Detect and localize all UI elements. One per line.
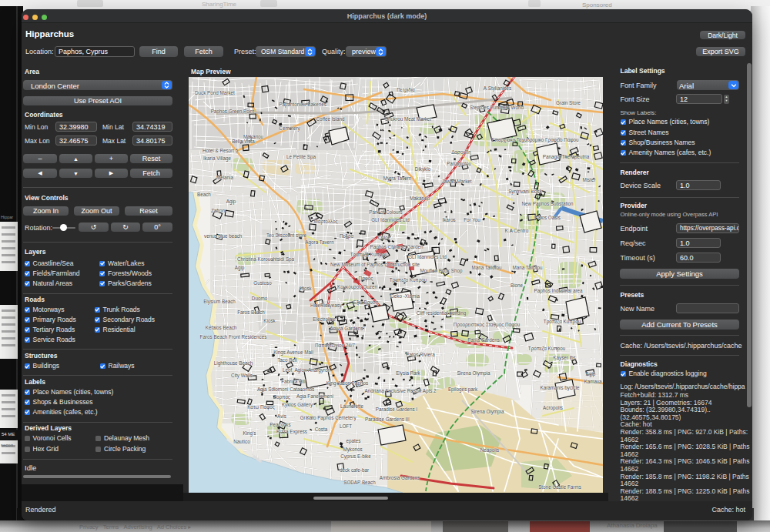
svg-text:Laundrette: Laundrette	[340, 403, 364, 409]
svg-text:Εξω Βρύση: Εξω Βρύση	[353, 299, 379, 306]
svg-text:Electroline: Electroline	[313, 316, 336, 322]
svg-text:Κάτω Πάφος: Κάτω Πάφος	[247, 404, 275, 410]
svg-text:Kato Paphos Cemetery: Kato Paphos Cemetery	[306, 415, 357, 421]
svg-text:Makariou: Makariou	[410, 196, 430, 201]
svg-text:Panagiotou: Panagiotou	[447, 161, 471, 167]
svg-text:Elysia Park: Elysia Park	[396, 370, 420, 376]
svg-text:Costa: Costa	[315, 427, 328, 432]
svg-text:Τράπεζα Κύπρου: Τράπεζα Κύπρου	[350, 252, 388, 258]
svg-text:Τράπεζα Κύπρου: Τράπεζα Κύπρου	[390, 277, 427, 283]
svg-text:Beach: Beach	[197, 192, 211, 197]
svg-text:Cemetery: Cemetery	[279, 125, 300, 132]
svg-text:Mister: Mister	[582, 177, 595, 182]
svg-text:Kiosk: Kiosk	[300, 286, 312, 291]
svg-text:"Anivia Gardens": "Anivia Gardens"	[328, 326, 365, 331]
svg-text:Nautico: Nautico	[233, 439, 250, 444]
svg-text:Neapolis: Neapolis	[480, 447, 500, 453]
svg-text:Πέδρα: Πέδρα	[340, 233, 353, 239]
svg-text:Peacocks: Peacocks	[270, 422, 290, 427]
svg-text:Fabrica Hill: Fabrica Hill	[281, 379, 306, 384]
svg-text:Paphos Industrial area: Paphos Industrial area	[534, 288, 583, 294]
svg-text:Christina Korouchtsidi Spa: Christina Korouchtsidi Spa	[237, 256, 295, 263]
svg-text:Makariou: Makariou	[243, 134, 263, 139]
svg-text:Ζορπάς: Ζορπάς	[273, 394, 290, 400]
svg-text:GLI Idannides Ltd: GLI Idannides Ltd	[408, 254, 447, 259]
svg-text:Epiloges park: Epiloges park	[448, 386, 478, 393]
svg-text:Dikyklo: Dikyklo	[415, 166, 431, 172]
svg-text:Patila Gardens: Patila Gardens	[467, 337, 500, 343]
svg-text:Mykonos: Mykonos	[343, 447, 362, 453]
svg-text:Geko -Xiamia: Geko -Xiamia	[390, 293, 420, 299]
svg-text:Agia Faneromeni: Agia Faneromeni	[296, 393, 333, 400]
svg-text:Mouflen Book Shop: Mouflen Book Shop	[420, 268, 463, 274]
svg-text:Kyklos Gallery: Kyklos Gallery	[282, 402, 313, 408]
svg-text:LOFT: LOFT	[340, 423, 352, 429]
svg-text:Hotel & Resort 5: Hotel & Resort 5	[203, 148, 239, 153]
svg-text:Sirena Olympia: Sirena Olympia	[457, 370, 490, 376]
svg-text:Προορειστικός Σταθμός Πάφου: Προορειστικός Σταθμός Πάφου	[454, 322, 521, 328]
svg-text:Melania: Melania	[216, 175, 234, 180]
svg-text:Panagia Therapeutria: Panagia Therapeutria	[543, 154, 590, 160]
svg-text:Avis: Avis	[277, 413, 286, 419]
svg-text:Faros Beach Front Residences: Faros Beach Front Residences	[200, 334, 267, 340]
svg-text:Δασούδη: Δασούδη	[451, 149, 471, 156]
svg-text:Agia Solomoni Catacombs: Agia Solomoni Catacombs	[257, 386, 314, 393]
svg-text:Ride easy: Ride easy	[320, 303, 343, 309]
svg-text:epates: epates	[346, 438, 361, 444]
svg-text:Sirena Olympia: Sirena Olympia	[470, 409, 504, 415]
svg-text:Cliff residential building: Cliff residential building	[417, 310, 467, 316]
svg-text:GLI Idannides Ltd: GLI Idannides Ltd	[371, 217, 410, 223]
svg-text:Pizza Express: Pizza Express	[276, 429, 307, 435]
svg-text:Andriana Exclusive Resort Apts: Andriana Exclusive Resort Apts 2	[364, 388, 437, 394]
svg-text:Παπαντωνίου 24/7: Παπαντωνίου 24/7	[315, 343, 356, 348]
svg-text:Myrra Tavern: Myrra Tavern	[383, 176, 412, 182]
svg-text:Kamava: Kamava	[584, 379, 602, 384]
svg-text:Patos Oasis: Patos Oasis	[534, 215, 561, 220]
svg-text:Kayser lbs: Kayser lbs	[553, 355, 575, 361]
svg-text:Duck Pond Market: Duck Pond Market	[195, 90, 235, 95]
svg-text:Jawad Market: Jawad Market	[441, 179, 471, 184]
svg-text:Duomo: Duomo	[252, 296, 268, 301]
svg-text:Paradise Gardens I: Paradise Gardens I	[376, 407, 418, 412]
svg-text:Maria Tallotou: Maria Tallotou	[512, 265, 543, 270]
svg-text:Paphos Chinese Garden: Paphos Chinese Garden	[370, 244, 424, 250]
svg-text:Kiosk: Kiosk	[263, 318, 276, 323]
svg-text:Cyprus E-bike: Cyprus E-bike	[340, 453, 371, 460]
svg-text:Agip: Agip	[226, 199, 236, 205]
svg-text:Zafron: Zafron	[211, 208, 226, 213]
svg-text:Bella Vista: Bella Vista	[232, 139, 255, 144]
svg-text:Bione: Bione	[511, 283, 524, 288]
svg-text:Elysium Beach: Elysium Beach	[203, 299, 236, 305]
svg-text:Leof. Agion Anargyron: Leof. Agion Anargyron	[283, 367, 330, 373]
svg-text:Shukrou Meat Market: Shukrou Meat Market	[385, 116, 431, 122]
svg-text:Πάφος: Πάφος	[359, 276, 373, 282]
svg-text:Faros Beach: Faros Beach	[237, 309, 265, 315]
svg-text:New Paphos Substation: New Paphos Substation	[521, 201, 574, 207]
svg-text:Πετρίδια: Πετρίδια	[397, 87, 415, 93]
svg-text:Teo Discount store: Teo Discount store	[266, 233, 307, 238]
svg-text:Τρόπεζα Κύπρου: Τρόπεζα Κύπρου	[544, 319, 581, 325]
svg-text:Syntrivani kiosk: Syntrivani kiosk	[508, 189, 543, 195]
svg-text:Grain Store: Grain Store	[556, 100, 581, 105]
svg-text:Lighthouse Beach: Lighthouse Beach	[214, 360, 253, 366]
svg-text:deck cafe-bar: deck cafe-bar	[340, 467, 369, 473]
svg-text:Steptoes Furniture World: Steptoes Furniture World	[470, 105, 524, 111]
svg-text:Ikaria Village: Ikaria Village	[203, 156, 231, 162]
svg-text:Agip: Agip	[586, 371, 596, 377]
svg-text:King Jason Paphos: King Jason Paphos	[326, 380, 368, 386]
svg-text:Κουκουρου Ouzen: Κουκουρου Ouzen	[337, 284, 377, 290]
svg-text:New Museum of Paphos construct: New Museum of Paphos construction site	[330, 262, 420, 268]
svg-text:Agora Tavern: Agora Tavern	[305, 239, 334, 246]
svg-text:venus blue beach: venus blue beach	[204, 233, 243, 239]
svg-text:Kefalos Beach: Kefalos Beach	[206, 325, 237, 330]
svg-text:City Walls: City Walls	[231, 373, 253, 379]
svg-text:Stone Castle Farms: Stone Castle Farms	[538, 484, 581, 490]
svg-text:Le Petite Spa: Le Petite Spa	[286, 154, 316, 160]
svg-text:SODAP Beach: SODAP Beach	[343, 480, 376, 485]
svg-text:Agip: Agip	[235, 265, 245, 271]
svg-text:For You: For You	[464, 217, 480, 223]
svg-text:King's: King's	[243, 430, 256, 437]
svg-text:Chloe: Chloe	[378, 235, 391, 240]
svg-text:Ikaros: Ikaros	[442, 217, 455, 223]
svg-text:Coffee Island: Coffee Island	[316, 116, 345, 122]
